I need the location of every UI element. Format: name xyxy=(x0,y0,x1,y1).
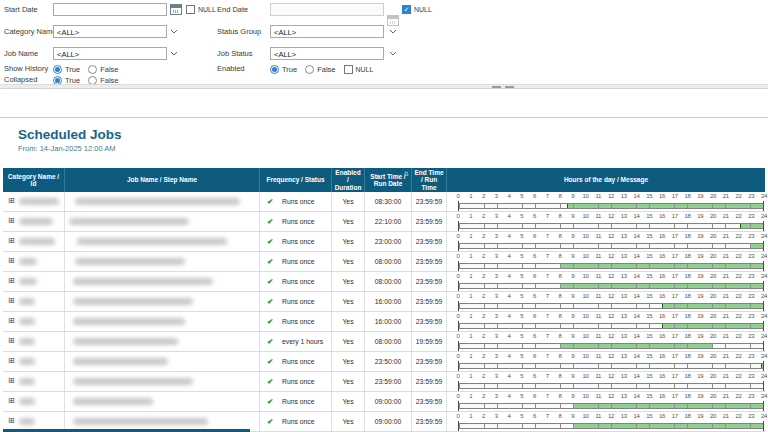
hour-label: 18 xyxy=(684,353,690,359)
hour-label: 18 xyxy=(684,413,690,419)
hour-label: 22 xyxy=(735,253,741,259)
end-time-cell: 23:59:59 xyxy=(412,352,447,371)
category-name-dropdown[interactable]: <ALL> xyxy=(53,25,167,38)
job-name-cell xyxy=(65,252,260,271)
expand-plus-icon[interactable]: ⊞ xyxy=(8,417,15,425)
hour-label: 14 xyxy=(633,213,639,219)
expand-plus-icon[interactable]: ⊞ xyxy=(8,397,15,405)
start-time-text: 08:00:00 xyxy=(365,332,411,351)
job-name-chevron-down-icon[interactable] xyxy=(169,47,179,60)
expand-plus-icon[interactable]: ⊞ xyxy=(8,297,15,305)
hour-label: 6 xyxy=(533,393,536,399)
splitter-handle-icon[interactable] xyxy=(492,86,514,88)
hour-label: 14 xyxy=(633,333,639,339)
hour-label: 19 xyxy=(697,353,703,359)
frequency-cell: ✔Runs once xyxy=(260,312,332,331)
expand-plus-icon[interactable]: ⊞ xyxy=(8,317,15,325)
hour-label: 20 xyxy=(710,293,716,299)
hour-label: 15 xyxy=(646,413,652,419)
status-group-chevron-down-icon[interactable] xyxy=(388,25,398,38)
hour-label: 14 xyxy=(633,373,639,379)
frequency-text: Runs once xyxy=(282,272,315,291)
hours-timeline: 0123456789101112131415161718192021222324 xyxy=(458,352,764,372)
hours-timeline-cell: 0123456789101112131415161718192021222324 xyxy=(447,192,765,211)
enabled-null-checkbox[interactable] xyxy=(344,65,353,74)
show-history-true-radio[interactable] xyxy=(53,65,62,74)
enabled-cell: Yes xyxy=(332,352,365,371)
hours-timeline: 0123456789101112131415161718192021222324 xyxy=(458,392,764,412)
hour-label: 13 xyxy=(621,293,627,299)
hour-label: 22 xyxy=(735,233,741,239)
hour-label: 16 xyxy=(659,293,665,299)
category-cell: ⊞ xyxy=(3,232,65,251)
hour-label: 12 xyxy=(608,333,614,339)
expand-plus-icon[interactable]: ⊞ xyxy=(8,197,15,205)
start-time-cell: 23:59:00 xyxy=(365,372,412,391)
enabled-cell: Yes xyxy=(332,192,365,211)
start-date-null-label: NULL xyxy=(198,5,216,14)
hour-label: 14 xyxy=(633,293,639,299)
start-time-text: 23:00:00 xyxy=(365,232,411,251)
show-history-false-radio[interactable] xyxy=(88,65,97,74)
hour-label: 1 xyxy=(469,233,472,239)
expand-plus-icon[interactable]: ⊞ xyxy=(8,377,15,385)
redacted-job-name-text xyxy=(73,338,178,345)
frequency-text: Runs once xyxy=(282,412,315,431)
expand-plus-icon[interactable]: ⊞ xyxy=(8,337,15,345)
timeline-track xyxy=(458,223,764,229)
start-time-text: 09:00:00 xyxy=(365,412,411,431)
end-time-text: 23:59:59 xyxy=(412,392,446,411)
hour-label: 16 xyxy=(659,233,665,239)
hour-label: 14 xyxy=(633,273,639,279)
category-name-chevron-down-icon[interactable] xyxy=(169,25,179,38)
start-time-cell: 16:00:00 xyxy=(365,312,412,331)
column-header-frequency[interactable]: Frequency / Status xyxy=(260,168,332,192)
start-date-calendar-icon[interactable] xyxy=(170,4,182,15)
hour-label: 21 xyxy=(723,393,729,399)
hour-label: 7 xyxy=(546,213,549,219)
column-header-enabled[interactable]: Enabled / Duration xyxy=(332,168,365,192)
hour-label: 23 xyxy=(748,393,754,399)
column-header-hours[interactable]: Hours of the day / Message xyxy=(447,168,765,192)
timeline-track xyxy=(458,383,764,389)
frequency-cell: ✔Runs once xyxy=(260,212,332,231)
column-header-job-name[interactable]: Job Name / Step Name xyxy=(65,168,260,192)
expand-plus-icon[interactable]: ⊞ xyxy=(8,237,15,245)
redacted-job-name-text xyxy=(77,238,227,245)
expand-plus-icon[interactable]: ⊞ xyxy=(8,277,15,285)
sort-icon[interactable]: ⇅ xyxy=(404,171,409,179)
hour-label: 15 xyxy=(646,333,652,339)
column-header-end-time[interactable]: End Time / Run Time xyxy=(412,168,447,192)
start-date-input[interactable] xyxy=(53,3,167,16)
hour-label: 21 xyxy=(723,253,729,259)
column-header-start-time[interactable]: Start Time / Run Date ⇅ xyxy=(365,168,412,192)
job-status-chevron-down-icon[interactable] xyxy=(388,47,398,60)
expand-plus-icon[interactable]: ⊞ xyxy=(8,357,15,365)
enabled-false-radio[interactable] xyxy=(305,65,314,74)
hour-label: 5 xyxy=(520,373,523,379)
enabled-cell: Yes xyxy=(332,372,365,391)
start-time-cell: 23:50:00 xyxy=(365,352,412,371)
end-date-input[interactable] xyxy=(270,3,384,16)
end-date-null-checkbox[interactable]: ✓ xyxy=(402,5,411,14)
hours-timeline-cell: 0123456789101112131415161718192021222324 xyxy=(447,352,765,371)
hour-label: 9 xyxy=(571,213,574,219)
enabled-text: Yes xyxy=(332,272,364,291)
job-status-dropdown[interactable]: <ALL> xyxy=(270,47,384,60)
column-header-category[interactable]: Category Name / Id xyxy=(3,168,65,192)
enabled-cell: Yes xyxy=(332,212,365,231)
status-group-label: Status Group xyxy=(217,25,261,38)
enabled-true-radio[interactable] xyxy=(270,65,279,74)
hour-label: 4 xyxy=(507,193,510,199)
hour-label: 2 xyxy=(482,233,485,239)
hour-label: 19 xyxy=(697,253,703,259)
timeline-end-cap xyxy=(763,321,764,331)
status-group-dropdown[interactable]: <ALL> xyxy=(270,25,384,38)
start-date-null-checkbox[interactable] xyxy=(186,5,195,14)
enabled-false-label: False xyxy=(317,65,335,74)
job-name-dropdown[interactable]: <ALL> xyxy=(53,47,167,60)
enabled-null-label: NULL xyxy=(356,65,374,74)
expand-plus-icon[interactable]: ⊞ xyxy=(8,257,15,265)
expand-plus-icon[interactable]: ⊞ xyxy=(8,217,15,225)
hour-label: 21 xyxy=(723,373,729,379)
